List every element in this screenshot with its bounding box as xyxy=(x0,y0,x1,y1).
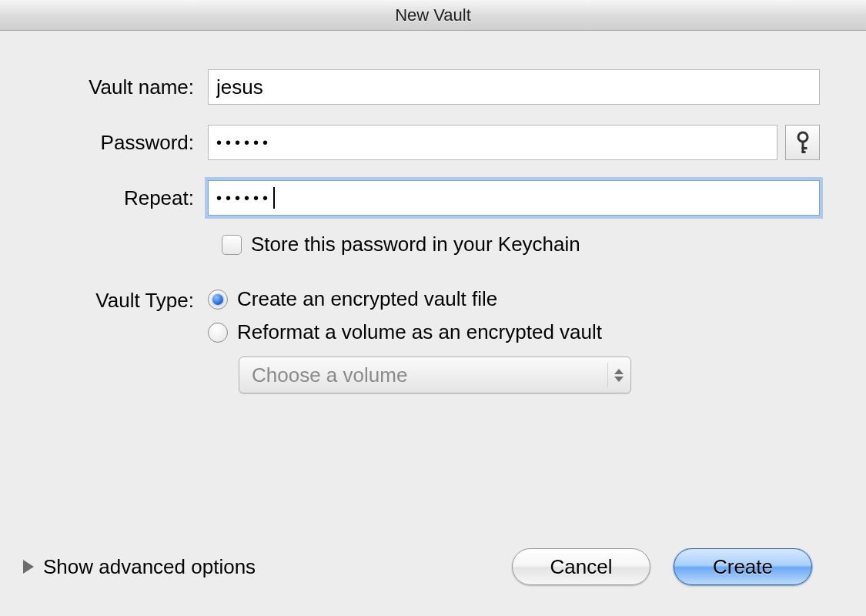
vault-type-label: Vault Type: xyxy=(46,287,208,313)
password-row: Password: •••••• xyxy=(46,125,820,160)
advanced-options-disclosure[interactable]: Show advanced options xyxy=(23,555,256,579)
repeat-password-mask: •••••• xyxy=(216,189,272,207)
text-caret xyxy=(273,187,275,209)
volume-popup: Choose a volume xyxy=(239,357,631,393)
window-titlebar: New Vault xyxy=(0,0,866,31)
vault-type-volume-radio[interactable] xyxy=(208,323,228,343)
vault-type-file-row: Create an encrypted vault file xyxy=(208,287,820,311)
vault-name-row: Vault name: xyxy=(46,69,820,105)
new-vault-window: New Vault Vault name: Password: •••••• xyxy=(0,0,866,616)
svg-point-0 xyxy=(798,132,807,142)
key-icon xyxy=(794,131,812,154)
cancel-button-label: Cancel xyxy=(550,555,613,579)
create-button-label: Create xyxy=(713,555,773,579)
repeat-password-input[interactable]: •••••• xyxy=(208,180,820,216)
vault-name-input[interactable] xyxy=(208,69,820,105)
password-label: Password: xyxy=(46,131,208,155)
vault-type-volume-label[interactable]: Reformat a volume as an encrypted vault xyxy=(237,320,602,344)
dialog-footer: Show advanced options Cancel Create xyxy=(0,548,866,616)
volume-popup-label: Choose a volume xyxy=(252,363,407,387)
repeat-row: Repeat: •••••• xyxy=(46,180,820,216)
password-assistant-button[interactable] xyxy=(785,125,820,160)
cancel-button[interactable]: Cancel xyxy=(512,548,650,585)
popup-arrows-icon xyxy=(607,363,623,387)
button-group: Cancel Create xyxy=(512,548,812,585)
svg-rect-3 xyxy=(801,151,805,153)
advanced-options-label: Show advanced options xyxy=(43,555,256,579)
create-button[interactable]: Create xyxy=(674,548,812,585)
vault-type-file-radio[interactable] xyxy=(208,290,228,310)
window-title: New Vault xyxy=(395,5,471,25)
repeat-label: Repeat: xyxy=(46,186,208,210)
disclosure-triangle-icon xyxy=(23,560,34,574)
svg-rect-1 xyxy=(801,141,804,152)
keychain-checkbox-label[interactable]: Store this password in your Keychain xyxy=(251,233,580,256)
vault-type-file-label[interactable]: Create an encrypted vault file xyxy=(237,287,497,311)
vault-name-label: Vault name: xyxy=(46,75,208,99)
keychain-checkbox[interactable] xyxy=(222,235,242,255)
svg-rect-2 xyxy=(801,147,807,149)
password-mask: •••••• xyxy=(216,134,272,152)
vault-type-options: Create an encrypted vault file Reformat … xyxy=(208,287,820,393)
vault-type-volume-row: Reformat a volume as an encrypted vault xyxy=(208,320,820,344)
vault-type-row: Vault Type: Create an encrypted vault fi… xyxy=(46,287,820,393)
password-input[interactable]: •••••• xyxy=(208,125,777,160)
dialog-content: Vault name: Password: •••••• xyxy=(0,31,866,548)
keychain-checkbox-row: Store this password in your Keychain xyxy=(222,233,820,256)
